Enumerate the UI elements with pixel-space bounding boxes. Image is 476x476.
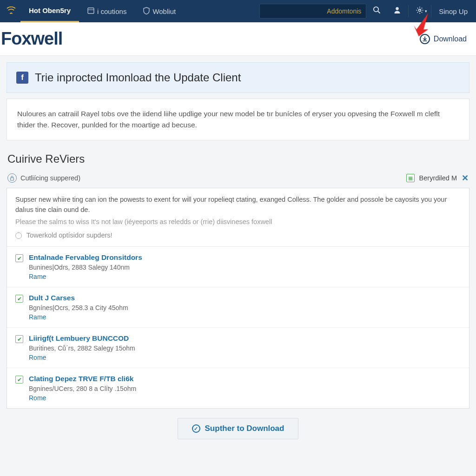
download-button-label: Supther to Download: [205, 424, 284, 433]
panel-header: Supser new whiire ting can ion the powes…: [7, 188, 469, 247]
nav-label: i coutions: [97, 7, 126, 15]
download-link[interactable]: Download: [420, 34, 467, 44]
panel-option[interactable]: Towerkold optísidor supders!: [15, 231, 461, 241]
facebook-icon: f: [16, 72, 28, 84]
page-title: Trie inprocted Imonload the Update Clien…: [35, 71, 241, 84]
panel-option-label: Towerkold optísidor supders!: [26, 231, 112, 241]
panel-head-line2: Please the salms to wiss It's not law (i…: [15, 217, 461, 227]
nav-item-coutions[interactable]: i coutions: [79, 0, 135, 22]
search-input[interactable]: Addomtonis: [259, 4, 366, 19]
footer-button-wrap: ✓ Supther to Download: [7, 409, 469, 450]
radio-icon: [15, 232, 22, 239]
filter-right-label: Beryrdiled M: [419, 174, 457, 182]
results-panel: Supser new whiire ting can ion the powes…: [7, 188, 469, 409]
item-action[interactable]: Rame: [29, 313, 461, 321]
item-meta: Bunines|Odrs, 2883 Salegy 140nm: [29, 264, 461, 271]
item-meta: Bgnines/UCers, 280 8 a Clíty .15ohm: [29, 385, 461, 392]
excel-icon: ▦: [406, 174, 415, 182]
close-icon[interactable]: ✕: [462, 173, 469, 183]
svg-point-4: [396, 7, 398, 10]
item-title[interactable]: Liirigf(t Lembuery BUNCCOD: [29, 334, 461, 343]
main-area: f Trie inprocted Imonload the Update Cli…: [0, 56, 476, 450]
brand-row: Foxwell Download: [0, 22, 476, 56]
nav-item-hot[interactable]: Hot Oben5ry: [20, 0, 79, 22]
download-button[interactable]: ✓ Supther to Download: [178, 418, 299, 439]
nav-left-group: Hot Oben5ry i coutions Wobliut: [2, 0, 184, 22]
lock-icon: [7, 173, 17, 183]
user-icon[interactable]: [387, 6, 407, 16]
item-action[interactable]: Rome: [29, 394, 461, 402]
panel-head-line1: Supser new whiire ting can ion the powes…: [15, 195, 461, 215]
item-meta: Buritines, Ců´rs, 2882 Salegy 15ohm: [29, 344, 461, 352]
search-icon[interactable]: [366, 6, 387, 16]
gear-icon[interactable]: ▾: [410, 6, 430, 17]
item-action[interactable]: Rame: [29, 273, 461, 280]
intro-card: Nuloures an catraiil Rayel tobs ove the …: [7, 99, 469, 140]
item-title[interactable]: Entalnade Fervableg Dronsitdors: [29, 253, 461, 262]
download-label: Download: [434, 35, 467, 43]
nav-item-wobliut[interactable]: Wobliut: [135, 0, 184, 22]
svg-rect-6: [11, 178, 14, 180]
check-icon[interactable]: ✔: [15, 335, 23, 343]
brand-logo: Foxwell: [0, 29, 62, 49]
nav-label: Hot Oben5ry: [29, 7, 71, 14]
list-item: ✔ Clating Depez TRVE F/TB cli6k Bgnines/…: [7, 368, 469, 408]
filter-row: Cutliícing suppered) ▦ Beryrdiled M ✕: [7, 173, 469, 188]
check-icon[interactable]: ✔: [15, 295, 23, 303]
top-nav: Hot Oben5ry i coutions Wobliut Addomtoni…: [0, 0, 476, 22]
shield-icon: [143, 7, 150, 16]
page-banner: f Trie inprocted Imonload the Update Cli…: [7, 62, 469, 93]
intro-text: Nuloures an catraiil Rayel tobs ove the …: [17, 108, 459, 131]
svg-point-2: [374, 7, 378, 12]
filter-right: ▦ Beryrdiled M ✕: [406, 173, 469, 183]
search-placeholder: Addomtonis: [264, 7, 361, 15]
item-title[interactable]: Clating Depez TRVE F/TB cli6k: [29, 375, 461, 383]
section-title: Cuirive ReViers: [7, 152, 469, 165]
check-circle-icon: ✓: [192, 424, 200, 433]
svg-rect-0: [88, 8, 94, 13]
nav-label: Wobliut: [152, 7, 176, 15]
item-meta: Bgnínes|Ocrs, 258.3 a City 45ohm: [29, 304, 461, 311]
item-title[interactable]: Dult J Carses: [29, 294, 461, 302]
check-icon[interactable]: ✔: [15, 376, 23, 383]
svg-line-3: [378, 11, 380, 13]
item-action[interactable]: Rome: [29, 354, 461, 361]
list-item: ✔ Entalnade Fervableg Dronsitdors Bunine…: [7, 247, 469, 287]
list-item: ✔ Liirigf(t Lembuery BUNCCOD Buritines, …: [7, 328, 469, 368]
list-item: ✔ Dult J Carses Bgnínes|Ocrs, 258.3 a Ci…: [7, 287, 469, 328]
calendar-icon: [87, 7, 94, 15]
wifi-icon: [2, 7, 20, 16]
filter-left-label: Cutliícing suppered): [20, 174, 80, 182]
signup-link[interactable]: Sinop Up: [432, 7, 474, 15]
check-icon[interactable]: ✔: [15, 254, 23, 262]
svg-point-5: [419, 9, 421, 11]
filter-left[interactable]: Cutliícing suppered): [7, 173, 80, 183]
download-icon: [420, 34, 430, 44]
